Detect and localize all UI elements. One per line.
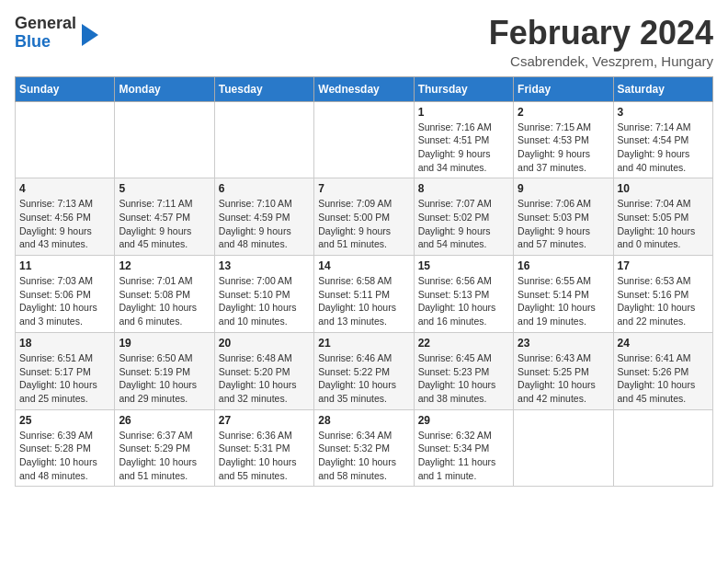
calendar-cell: 13Sunrise: 7:00 AM Sunset: 5:10 PM Dayli… — [214, 256, 313, 333]
month-title: February 2024 — [489, 15, 713, 52]
weekday-header-sunday: Sunday — [16, 76, 115, 101]
day-detail: Sunrise: 7:00 AM Sunset: 5:10 PM Dayligh… — [219, 274, 310, 328]
calendar-cell — [16, 101, 115, 178]
calendar-cell — [613, 409, 712, 487]
day-detail: Sunrise: 6:45 AM Sunset: 5:23 PM Dayligh… — [418, 351, 509, 406]
logo-general: General — [15, 15, 76, 33]
day-number: 8 — [418, 182, 509, 195]
calendar-cell: 5Sunrise: 7:11 AM Sunset: 4:57 PM Daylig… — [115, 178, 214, 256]
day-detail: Sunrise: 7:15 AM Sunset: 4:53 PM Dayligh… — [518, 121, 609, 175]
day-number: 28 — [318, 414, 409, 427]
day-detail: Sunrise: 6:48 AM Sunset: 5:20 PM Dayligh… — [219, 351, 310, 406]
calendar-cell: 18Sunrise: 6:51 AM Sunset: 5:17 PM Dayli… — [16, 332, 115, 409]
calendar-cell: 9Sunrise: 7:06 AM Sunset: 5:03 PM Daylig… — [514, 178, 613, 256]
logo-arrow-icon — [82, 24, 98, 46]
day-detail: Sunrise: 7:01 AM Sunset: 5:08 PM Dayligh… — [119, 274, 210, 328]
location-label: Csabrendek, Veszprem, Hungary — [489, 53, 713, 69]
calendar-cell — [115, 101, 214, 178]
calendar-cell: 11Sunrise: 7:03 AM Sunset: 5:06 PM Dayli… — [16, 256, 115, 333]
day-number: 5 — [119, 182, 210, 195]
logo-blue: Blue — [15, 33, 76, 52]
day-detail: Sunrise: 6:37 AM Sunset: 5:29 PM Dayligh… — [119, 429, 210, 483]
calendar-cell: 14Sunrise: 6:58 AM Sunset: 5:11 PM Dayli… — [314, 256, 414, 333]
day-number: 15 — [418, 259, 509, 272]
day-detail: Sunrise: 6:50 AM Sunset: 5:19 PM Dayligh… — [119, 351, 210, 406]
calendar-week-row: 4Sunrise: 7:13 AM Sunset: 4:56 PM Daylig… — [16, 178, 713, 256]
calendar-cell — [314, 101, 414, 178]
day-detail: Sunrise: 6:39 AM Sunset: 5:28 PM Dayligh… — [19, 429, 110, 483]
day-number: 23 — [518, 337, 609, 350]
weekday-header-wednesday: Wednesday — [314, 76, 414, 101]
day-detail: Sunrise: 6:56 AM Sunset: 5:13 PM Dayligh… — [418, 274, 509, 328]
day-number: 2 — [518, 106, 609, 119]
day-number: 26 — [119, 414, 210, 427]
day-number: 21 — [318, 337, 409, 350]
weekday-header-saturday: Saturday — [613, 76, 712, 101]
calendar-cell: 4Sunrise: 7:13 AM Sunset: 4:56 PM Daylig… — [16, 178, 115, 256]
day-detail: Sunrise: 7:07 AM Sunset: 5:02 PM Dayligh… — [418, 197, 509, 251]
day-number: 16 — [518, 259, 609, 272]
calendar-cell: 15Sunrise: 6:56 AM Sunset: 5:13 PM Dayli… — [414, 256, 513, 333]
weekday-header-tuesday: Tuesday — [214, 76, 313, 101]
day-detail: Sunrise: 7:16 AM Sunset: 4:51 PM Dayligh… — [418, 121, 509, 175]
calendar-cell: 25Sunrise: 6:39 AM Sunset: 5:28 PM Dayli… — [16, 409, 115, 487]
calendar-week-row: 11Sunrise: 7:03 AM Sunset: 5:06 PM Dayli… — [16, 256, 713, 333]
calendar-cell: 27Sunrise: 6:36 AM Sunset: 5:31 PM Dayli… — [214, 409, 313, 487]
day-detail: Sunrise: 6:58 AM Sunset: 5:11 PM Dayligh… — [318, 274, 409, 328]
day-number: 1 — [418, 106, 509, 119]
calendar-cell: 2Sunrise: 7:15 AM Sunset: 4:53 PM Daylig… — [514, 101, 613, 178]
day-number: 11 — [19, 259, 110, 272]
calendar-cell: 16Sunrise: 6:55 AM Sunset: 5:14 PM Dayli… — [514, 256, 613, 333]
calendar-cell: 29Sunrise: 6:32 AM Sunset: 5:34 PM Dayli… — [414, 409, 513, 487]
weekday-header-thursday: Thursday — [414, 76, 513, 101]
calendar-cell: 1Sunrise: 7:16 AM Sunset: 4:51 PM Daylig… — [414, 101, 513, 178]
day-detail: Sunrise: 6:43 AM Sunset: 5:25 PM Dayligh… — [518, 351, 609, 406]
calendar-week-row: 18Sunrise: 6:51 AM Sunset: 5:17 PM Dayli… — [16, 332, 713, 409]
calendar-cell: 28Sunrise: 6:34 AM Sunset: 5:32 PM Dayli… — [314, 409, 414, 487]
day-number: 25 — [19, 414, 110, 427]
day-number: 12 — [119, 259, 210, 272]
calendar-week-row: 1Sunrise: 7:16 AM Sunset: 4:51 PM Daylig… — [16, 101, 713, 178]
calendar-week-row: 25Sunrise: 6:39 AM Sunset: 5:28 PM Dayli… — [16, 409, 713, 487]
day-detail: Sunrise: 7:10 AM Sunset: 4:59 PM Dayligh… — [219, 197, 310, 251]
calendar-cell — [214, 101, 313, 178]
weekday-header-row: SundayMondayTuesdayWednesdayThursdayFrid… — [16, 76, 713, 101]
day-number: 14 — [318, 259, 409, 272]
day-detail: Sunrise: 7:13 AM Sunset: 4:56 PM Dayligh… — [19, 197, 110, 251]
calendar-cell: 23Sunrise: 6:43 AM Sunset: 5:25 PM Dayli… — [514, 332, 613, 409]
day-number: 20 — [219, 337, 310, 350]
calendar-cell: 21Sunrise: 6:46 AM Sunset: 5:22 PM Dayli… — [314, 332, 414, 409]
weekday-header-monday: Monday — [115, 76, 214, 101]
day-detail: Sunrise: 7:09 AM Sunset: 5:00 PM Dayligh… — [318, 197, 409, 251]
day-number: 10 — [618, 182, 709, 195]
day-detail: Sunrise: 6:55 AM Sunset: 5:14 PM Dayligh… — [518, 274, 609, 328]
day-number: 4 — [19, 182, 110, 195]
calendar-cell: 22Sunrise: 6:45 AM Sunset: 5:23 PM Dayli… — [414, 332, 513, 409]
day-detail: Sunrise: 6:36 AM Sunset: 5:31 PM Dayligh… — [219, 429, 310, 483]
day-number: 24 — [618, 337, 709, 350]
day-detail: Sunrise: 7:11 AM Sunset: 4:57 PM Dayligh… — [119, 197, 210, 251]
day-number: 18 — [19, 337, 110, 350]
day-detail: Sunrise: 7:03 AM Sunset: 5:06 PM Dayligh… — [19, 274, 110, 328]
calendar-cell — [514, 409, 613, 487]
day-number: 27 — [219, 414, 310, 427]
day-number: 17 — [618, 259, 709, 272]
weekday-header-friday: Friday — [514, 76, 613, 101]
day-number: 13 — [219, 259, 310, 272]
day-detail: Sunrise: 6:46 AM Sunset: 5:22 PM Dayligh… — [318, 351, 409, 406]
day-detail: Sunrise: 6:41 AM Sunset: 5:26 PM Dayligh… — [618, 351, 709, 406]
day-number: 3 — [618, 106, 709, 119]
day-detail: Sunrise: 7:04 AM Sunset: 5:05 PM Dayligh… — [618, 197, 709, 251]
calendar-cell: 20Sunrise: 6:48 AM Sunset: 5:20 PM Dayli… — [214, 332, 313, 409]
calendar-cell: 8Sunrise: 7:07 AM Sunset: 5:02 PM Daylig… — [414, 178, 513, 256]
day-detail: Sunrise: 7:06 AM Sunset: 5:03 PM Dayligh… — [518, 197, 609, 251]
title-section: February 2024 Csabrendek, Veszprem, Hung… — [489, 15, 713, 69]
day-detail: Sunrise: 7:14 AM Sunset: 4:54 PM Dayligh… — [618, 121, 709, 175]
calendar-cell: 12Sunrise: 7:01 AM Sunset: 5:08 PM Dayli… — [115, 256, 214, 333]
day-detail: Sunrise: 6:34 AM Sunset: 5:32 PM Dayligh… — [318, 429, 409, 483]
calendar-cell: 6Sunrise: 7:10 AM Sunset: 4:59 PM Daylig… — [214, 178, 313, 256]
logo: General Blue — [15, 15, 98, 52]
calendar-cell: 3Sunrise: 7:14 AM Sunset: 4:54 PM Daylig… — [613, 101, 712, 178]
calendar-cell: 7Sunrise: 7:09 AM Sunset: 5:00 PM Daylig… — [314, 178, 414, 256]
calendar-cell: 26Sunrise: 6:37 AM Sunset: 5:29 PM Dayli… — [115, 409, 214, 487]
